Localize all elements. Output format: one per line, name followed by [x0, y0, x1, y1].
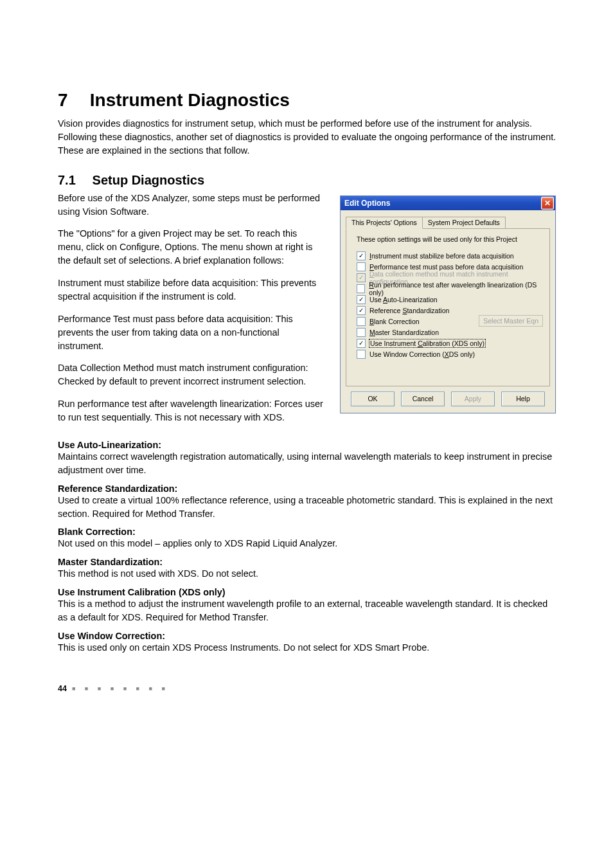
definitions: Use Auto-Linearization: Maintains correc… [58, 440, 558, 655]
paragraph: Run performance test after wavelength li… [58, 397, 324, 424]
option-row: ✓Use Instrument Calibration (XDS only) [353, 338, 543, 349]
tab-row: This Projects' Options System Project De… [346, 215, 550, 229]
option-label[interactable]: Use Window Correction (XDS only) [369, 350, 475, 358]
chapter-number: 7 [58, 90, 85, 111]
page-footer: 44 ■ ■ ■ ■ ■ ■ ■ ■ [58, 684, 558, 693]
option-label[interactable]: Use Auto-Linearization [369, 296, 438, 303]
chapter-heading: 7 Instrument Diagnostics [58, 90, 558, 111]
definition-body: This method is not used with XDS. Do not… [58, 567, 558, 581]
option-row: ✓Instrument must stabilize before data a… [353, 251, 543, 262]
tab-description: These option settings will be used only … [357, 235, 543, 243]
help-button[interactable]: Help [501, 392, 545, 406]
checkbox[interactable]: ✓ [357, 306, 366, 315]
document-page: 7 Instrument Diagnostics Vision provides… [0, 0, 613, 732]
select-master-eqn-button: Select Master Eqn [479, 315, 543, 327]
option-row: Master Standardization [353, 327, 543, 338]
checkbox[interactable] [357, 284, 365, 293]
option-row: ✓Use Auto-Linearization [353, 294, 543, 305]
section-number: 7.1 [58, 173, 89, 188]
option-label[interactable]: Master Standardization [369, 329, 439, 336]
paragraph: Before use of the XDS Analyzer, some ste… [58, 192, 324, 219]
section-title: Setup Diagnostics [93, 173, 204, 187]
edit-options-dialog: Edit Options ✕ This Projects' Options Sy… [340, 195, 556, 413]
option-label[interactable]: Instrument must stabilize before data ac… [369, 252, 514, 260]
checkbox[interactable] [357, 317, 366, 326]
dialog-button-row: OK Cancel Apply Help [346, 386, 550, 406]
option-label[interactable]: Use Instrument Calibration (XDS only) [369, 339, 485, 347]
dialog-body: This Projects' Options System Project De… [341, 210, 555, 413]
tab-project-options[interactable]: This Projects' Options [346, 217, 423, 229]
dialog-titlebar[interactable]: Edit Options ✕ [341, 196, 555, 210]
option-label[interactable]: Blank Correction [369, 318, 420, 325]
close-button[interactable]: ✕ [541, 197, 554, 210]
chapter-title: Instrument Diagnostics [90, 90, 290, 110]
tab-system-defaults[interactable]: System Project Defaults [422, 217, 506, 228]
checkbox[interactable] [357, 328, 366, 337]
checkbox[interactable]: ✓ [357, 295, 366, 304]
definition-body: Maintains correct wavelength registratio… [58, 450, 558, 477]
page-number: 44 [58, 684, 67, 693]
definition-head: Use Window Correction: [58, 631, 558, 641]
paragraph: Performance Test must pass before data a… [58, 312, 324, 353]
close-icon: ✕ [544, 199, 551, 208]
definition-head: Master Standardization: [58, 557, 558, 567]
option-label[interactable]: Reference Standardization [369, 307, 449, 314]
checkbox[interactable] [357, 262, 366, 271]
option-row: Run performance test after wavelength li… [353, 284, 543, 294]
chapter-intro: Vision provides diagnostics for instrume… [58, 117, 558, 158]
left-column: Before use of the XDS Analyzer, some ste… [58, 192, 324, 433]
definition-body: This is a method to adjust the instrumen… [58, 597, 558, 624]
apply-button[interactable]: Apply [451, 392, 495, 406]
paragraph: Instrument must stabilize before data ac… [58, 276, 324, 303]
definition-head: Reference Standardization: [58, 484, 558, 494]
section-heading: 7.1 Setup Diagnostics [58, 173, 558, 188]
two-column-layout: Before use of the XDS Analyzer, some ste… [58, 192, 558, 433]
checkbox[interactable]: ✓ [357, 251, 366, 260]
checkbox[interactable] [357, 350, 366, 359]
definition-head: Blank Correction: [58, 527, 558, 537]
right-column: Edit Options ✕ This Projects' Options Sy… [340, 192, 558, 413]
definition-head: Use Auto-Linearization: [58, 440, 558, 450]
footer-dots: ■ ■ ■ ■ ■ ■ ■ ■ [72, 685, 169, 692]
paragraph: Data Collection Method must match instru… [58, 361, 324, 388]
definition-body: Used to create a virtual 100% reflectanc… [58, 494, 558, 521]
option-row: Blank CorrectionSelect Master Eqn [353, 316, 543, 327]
option-row: Use Window Correction (XDS only) [353, 349, 543, 360]
cancel-button[interactable]: Cancel [401, 392, 445, 406]
options-list: ✓Instrument must stabilize before data a… [353, 251, 543, 360]
dialog-title: Edit Options [344, 199, 390, 208]
definition-body: Not used on this model – applies only to… [58, 537, 558, 550]
tab-content: These option settings will be used only … [346, 229, 550, 386]
definition-body: This is used only on certain XDS Process… [58, 641, 558, 655]
paragraph: The "Options" for a given Project may be… [58, 227, 324, 267]
ok-button[interactable]: OK [351, 392, 395, 406]
checkbox: ✓ [357, 273, 366, 282]
definition-head: Use Instrument Calibration (XDS only) [58, 587, 558, 597]
checkbox[interactable]: ✓ [357, 339, 366, 348]
